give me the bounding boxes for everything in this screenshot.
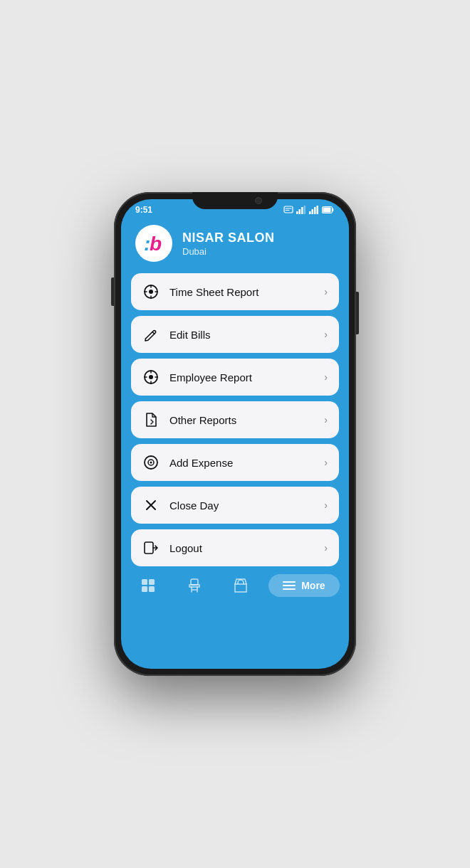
svg-rect-5 [309,211,311,214]
svg-text:b: b [150,233,162,255]
chair-icon [187,578,202,593]
menu-item-logout[interactable]: Logout › [131,529,339,566]
phone-frame: 9:51 [114,192,356,676]
editbills-label: Edit Bills [169,329,314,341]
svg-rect-8 [317,206,319,214]
svg-rect-24 [149,586,155,592]
logout-label: Logout [169,542,314,554]
svg-rect-23 [142,586,147,592]
addexpense-chevron: › [324,457,328,468]
notch [192,192,278,209]
closeday-label: Close Day [169,499,314,512]
shop-icon [233,578,249,593]
svg-rect-7 [314,207,316,214]
employeereport-label: Employee Report [169,371,314,383]
closeday-icon [142,497,160,514]
bottom-nav: More [121,566,349,608]
status-icons [283,206,335,214]
timesheet-chevron: › [324,286,328,297]
svg-rect-21 [142,579,147,585]
svg-rect-22 [149,579,155,585]
timesheet-icon [142,283,160,300]
status-time: 9:51 [135,205,152,215]
svg-rect-4 [304,206,306,214]
svg-point-16 [149,375,153,379]
editbills-icon [142,326,160,343]
addexpense-icon [142,454,160,471]
svg-rect-2 [299,209,301,214]
app-header: : b NISAR SALON Dubai [121,218,349,273]
salon-name: NISAR SALON [182,231,275,245]
menu-item-closeday[interactable]: Close Day › [131,487,339,524]
menu-item-timesheet[interactable]: Time Sheet Report › [131,273,339,310]
svg-rect-0 [284,206,293,213]
otherreports-icon [142,411,160,428]
editbills-chevron: › [324,329,328,340]
logo-svg: : b [141,231,167,256]
svg-rect-20 [145,542,153,554]
nav-more-button[interactable]: More [268,574,339,597]
employeereport-chevron: › [324,371,328,383]
svg-rect-25 [191,579,198,585]
svg-rect-10 [323,208,331,213]
svg-point-14 [149,290,153,294]
signal2-icon [309,206,319,214]
svg-rect-3 [301,207,303,214]
menu-item-otherreports[interactable]: Other Reports › [131,401,339,438]
svg-rect-6 [312,209,314,214]
more-label: More [301,580,325,591]
closeday-chevron: › [324,499,328,511]
nav-chair[interactable] [177,573,212,598]
otherreports-label: Other Reports [169,414,314,426]
menu-item-employeereport[interactable]: Employee Report › [131,359,339,396]
addexpense-label: Add Expense [169,457,314,469]
logo: : b [135,225,172,262]
phone-screen: 9:51 [121,199,349,669]
front-camera [255,197,262,204]
nav-shop[interactable] [223,573,258,598]
otherreports-chevron: › [324,414,328,425]
salon-city: Dubai [182,246,275,257]
message-icon [283,206,293,214]
logout-chevron: › [324,542,328,554]
header-text: NISAR SALON Dubai [182,231,275,257]
timesheet-label: Time Sheet Report [169,286,314,298]
nav-home[interactable] [130,573,166,598]
more-lines-icon [283,581,296,591]
menu-item-addexpense[interactable]: Add Expense › [131,444,339,481]
employeereport-icon [142,369,160,386]
signal-icon [296,206,306,214]
menu-list: Time Sheet Report › Edit Bills › [121,273,349,566]
logout-icon [142,539,160,556]
grid-icon [140,578,156,593]
svg-point-19 [150,462,152,464]
battery-icon [322,206,335,214]
svg-rect-1 [296,211,298,214]
menu-item-editbills[interactable]: Edit Bills › [131,316,339,353]
